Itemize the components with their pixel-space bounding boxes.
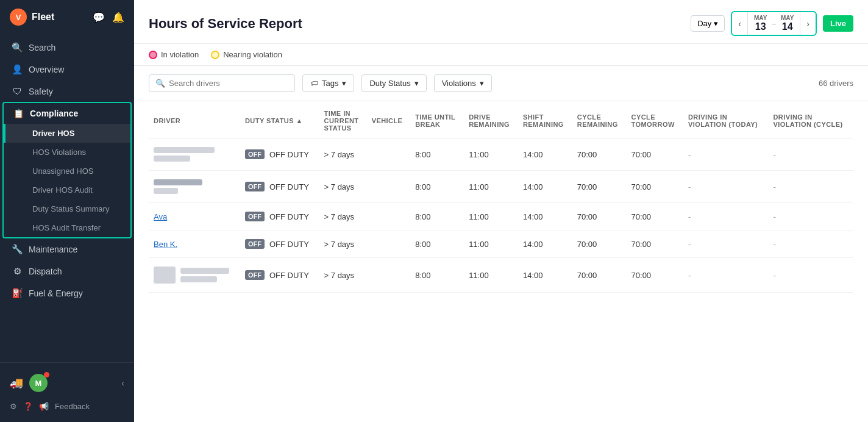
time-in-status-cell: > 7 days bbox=[319, 231, 367, 258]
duty-status-text: OFF DUTY bbox=[269, 150, 309, 159]
driving-violation-cycle-cell: - bbox=[768, 138, 853, 171]
drive-remaining-cell: 11:00 bbox=[464, 231, 518, 258]
dropdown-chevron-icon: ▾ bbox=[714, 19, 718, 28]
sidebar-item-label: Maintenance bbox=[29, 245, 77, 254]
time-until-break-cell: 8:00 bbox=[410, 171, 464, 203]
driver-cell bbox=[149, 171, 240, 203]
time-until-break-cell: 8:00 bbox=[410, 203, 464, 231]
driver-cell bbox=[149, 138, 240, 171]
chat-icon[interactable]: 💬 bbox=[93, 12, 105, 23]
duty-status-cell: OFF OFF DUTY bbox=[240, 203, 319, 231]
driver-name-link[interactable]: Ben K. bbox=[154, 240, 177, 249]
col-time-in-status: TIME INCURRENTSTATUS bbox=[319, 101, 367, 138]
time-in-status-cell: > 7 days bbox=[319, 138, 367, 171]
avatar[interactable]: M bbox=[29, 374, 48, 392]
col-duty-status[interactable]: DUTY STATUS ▲ bbox=[240, 101, 319, 138]
sidebar-item-hos-violations[interactable]: HOS Violations bbox=[4, 143, 130, 162]
sidebar-item-overview[interactable]: 👤 Overview bbox=[0, 59, 134, 80]
driver-redacted bbox=[154, 266, 235, 284]
sidebar-item-label: Dispatch bbox=[29, 266, 62, 276]
sidebar-item-label: Search bbox=[29, 43, 55, 52]
notifications-icon[interactable]: 🔔 bbox=[112, 12, 124, 23]
search-input[interactable] bbox=[169, 79, 288, 88]
compliance-icon: 📋 bbox=[13, 109, 24, 118]
shield-icon: 🛡 bbox=[12, 86, 23, 96]
tags-chevron-icon: ▾ bbox=[342, 79, 346, 88]
sidebar-item-maintenance[interactable]: 🔧 Maintenance bbox=[0, 238, 134, 260]
cycle-remaining-cell: 70:00 bbox=[572, 231, 627, 258]
time-in-status-cell: > 7 days bbox=[319, 258, 367, 293]
drive-remaining-cell: 11:00 bbox=[464, 171, 518, 203]
truck-icon[interactable]: 🚚 bbox=[10, 376, 23, 390]
sidebar-item-dispatch[interactable]: ⚙ Dispatch bbox=[0, 260, 134, 282]
duty-status-cell: OFF OFF DUTY bbox=[240, 258, 319, 293]
duty-status-chevron-icon: ▾ bbox=[414, 79, 419, 88]
redacted-bar bbox=[154, 147, 215, 153]
date-next-button[interactable]: › bbox=[800, 15, 816, 32]
wrench-icon: 🔧 bbox=[12, 244, 23, 255]
date-range: MAY 13 – MAY 14 bbox=[747, 12, 800, 35]
sidebar-item-search[interactable]: 🔍 Search bbox=[0, 37, 134, 59]
violations-chevron-icon: ▾ bbox=[480, 79, 484, 88]
drive-remaining-cell: 11:00 bbox=[464, 203, 518, 231]
sidebar-item-safety[interactable]: 🛡 Safety bbox=[0, 80, 134, 102]
driving-violation-cycle-cell: - bbox=[768, 171, 853, 203]
driving-violation-today-cell: - bbox=[683, 258, 769, 293]
driver-redacted bbox=[154, 147, 235, 162]
shift-remaining-cell: 14:00 bbox=[518, 203, 572, 231]
settings-icon[interactable]: ⚙ bbox=[10, 402, 17, 411]
fuel-icon: ⛽ bbox=[12, 288, 23, 299]
violations-filter-button[interactable]: Violations ▾ bbox=[434, 74, 492, 92]
compliance-submenu: Driver HOS HOS Violations Unassigned HOS… bbox=[4, 124, 130, 237]
sidebar-item-driver-hos-audit[interactable]: Driver HOS Audit bbox=[4, 181, 130, 199]
sidebar-header: V Fleet 💬 🔔 bbox=[0, 0, 134, 34]
off-duty-badge: OFF bbox=[245, 212, 265, 221]
sidebar-item-driver-hos[interactable]: Driver HOS bbox=[4, 124, 130, 143]
tags-filter-button[interactable]: 🏷 Tags ▾ bbox=[302, 74, 354, 92]
main-header: Hours of Service Report Day ▾ ‹ MAY 13 –… bbox=[134, 0, 868, 44]
time-in-status-cell: > 7 days bbox=[319, 171, 367, 203]
tag-icon: 🏷 bbox=[310, 79, 318, 88]
sidebar-item-fuel-energy[interactable]: ⛽ Fuel & Energy bbox=[0, 282, 134, 304]
drive-remaining-cell: 11:00 bbox=[464, 258, 518, 293]
duty-status-cell: OFF OFF DUTY bbox=[240, 231, 319, 258]
sidebar-item-duty-status-summary[interactable]: Duty Status Summary bbox=[4, 199, 130, 218]
in-violation-label: In violation bbox=[161, 50, 199, 59]
cycle-remaining-cell: 70:00 bbox=[572, 203, 627, 231]
sidebar-item-unassigned-hos[interactable]: Unassigned HOS bbox=[4, 162, 130, 181]
redacted-bar bbox=[154, 156, 190, 162]
speaker-icon[interactable]: 📢 bbox=[39, 402, 49, 411]
search-input-wrap[interactable]: 🔍 bbox=[149, 74, 295, 92]
live-button[interactable]: Live bbox=[823, 15, 853, 32]
feedback-label[interactable]: Feedback bbox=[55, 402, 90, 411]
legend-row: In violation Nearing violation bbox=[134, 44, 868, 66]
collapse-sidebar-button[interactable]: ‹ bbox=[121, 378, 124, 388]
driving-violation-today-cell: - bbox=[683, 231, 769, 258]
shift-remaining-cell: 14:00 bbox=[518, 231, 572, 258]
date-from: MAY 13 bbox=[754, 15, 767, 32]
duty-status-cell: OFF OFF DUTY bbox=[240, 171, 319, 203]
nearing-dot bbox=[211, 51, 219, 59]
redacted-bar bbox=[154, 179, 202, 185]
app-name: Fleet bbox=[32, 12, 54, 23]
sidebar-item-hos-audit-transfer[interactable]: HOS Audit Transfer bbox=[4, 218, 130, 237]
date-navigator: ‹ MAY 13 – MAY 14 › bbox=[731, 11, 817, 36]
day-dropdown[interactable]: Day ▾ bbox=[691, 15, 725, 32]
app-logo[interactable]: V bbox=[10, 9, 27, 26]
driver-cell bbox=[149, 258, 240, 293]
cycle-remaining-cell: 70:00 bbox=[572, 258, 627, 293]
compliance-section: 📋 Compliance Driver HOS HOS Violations U… bbox=[2, 102, 132, 238]
help-icon[interactable]: ❓ bbox=[23, 402, 33, 411]
driver-name-link[interactable]: Ava bbox=[154, 212, 167, 221]
redacted-bar bbox=[154, 188, 178, 194]
driver-cell: Ava bbox=[149, 203, 240, 231]
duty-status-filter-button[interactable]: Duty Status ▾ bbox=[361, 74, 426, 92]
date-prev-button[interactable]: ‹ bbox=[732, 15, 747, 32]
driving-violation-cycle-cell: - bbox=[768, 258, 853, 293]
sidebar-item-compliance[interactable]: 📋 Compliance bbox=[4, 103, 130, 124]
sidebar-bottom-icons: 🚚 M ‹ bbox=[0, 369, 134, 397]
sidebar-item-label: Safety bbox=[29, 87, 53, 96]
cycle-tomorrow-cell: 70:00 bbox=[627, 203, 683, 231]
sidebar: V Fleet 💬 🔔 🔍 Search 👤 Overview 🛡 Safety… bbox=[0, 0, 134, 422]
duty-status-text: OFF DUTY bbox=[269, 182, 309, 191]
